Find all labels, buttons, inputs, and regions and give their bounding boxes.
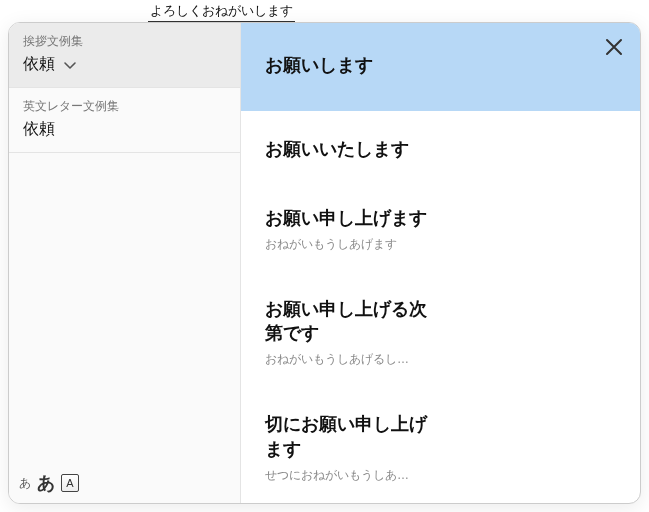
- sidebar: 挨拶文例集 依頼 英文レター文例集 依頼 あ あ A: [9, 23, 241, 503]
- input-context-line: よろしくおねがいします: [148, 2, 295, 22]
- sidebar-caption: 挨拶文例集: [23, 33, 226, 50]
- sidebar-section-english-letters[interactable]: 英文レター文例集 依頼: [9, 88, 240, 153]
- candidate-text: 切にお願い申し上げます: [265, 412, 435, 461]
- ime-mode-small: あ: [19, 475, 31, 492]
- candidate-item[interactable]: 心よりお願い申し上げます: [241, 502, 640, 503]
- sidebar-value: 依頼: [23, 119, 226, 140]
- main-candidates-pane: お願いします お願いいたします お願い申し上げます おねがいもうしあげます お願…: [241, 23, 640, 503]
- close-button[interactable]: [600, 33, 628, 61]
- candidate-item[interactable]: お願いいたします: [241, 111, 640, 179]
- candidate-reading: せつにおねがいもうしあ…: [265, 467, 435, 484]
- candidate-text: お願い申し上げる次第です: [265, 297, 435, 346]
- ime-mode-big: あ: [37, 471, 55, 495]
- candidate-text: お願いします: [265, 53, 435, 77]
- candidate-reading: おねがいもうしあげます: [265, 236, 435, 253]
- sidebar-value-text: 依頼: [23, 119, 55, 140]
- character-palette-icon[interactable]: A: [61, 474, 79, 492]
- chevron-down-icon[interactable]: [63, 58, 77, 72]
- candidate-text: お願いいたします: [265, 137, 435, 161]
- candidate-reading: おねがいもうしあげるし…: [265, 351, 435, 368]
- candidate-item[interactable]: お願いします: [241, 23, 640, 111]
- sidebar-value: 依頼: [23, 54, 226, 75]
- close-icon: [604, 37, 624, 57]
- sidebar-spacer: [9, 153, 240, 465]
- candidate-item[interactable]: お願い申し上げます おねがいもうしあげます: [241, 180, 640, 271]
- sidebar-value-text: 依頼: [23, 54, 55, 75]
- candidate-item[interactable]: 切にお願い申し上げます せつにおねがいもうしあ…: [241, 386, 640, 502]
- ime-status-bar: あ あ A: [9, 465, 240, 503]
- candidate-text: お願い申し上げます: [265, 206, 435, 230]
- candidate-list[interactable]: お願いします お願いいたします お願い申し上げます おねがいもうしあげます お願…: [241, 23, 640, 503]
- candidate-item[interactable]: お願い申し上げる次第です おねがいもうしあげるし…: [241, 271, 640, 387]
- sidebar-caption: 英文レター文例集: [23, 98, 226, 115]
- candidate-panel: 挨拶文例集 依頼 英文レター文例集 依頼 あ あ A: [8, 22, 641, 504]
- sidebar-section-greetings[interactable]: 挨拶文例集 依頼: [9, 23, 240, 88]
